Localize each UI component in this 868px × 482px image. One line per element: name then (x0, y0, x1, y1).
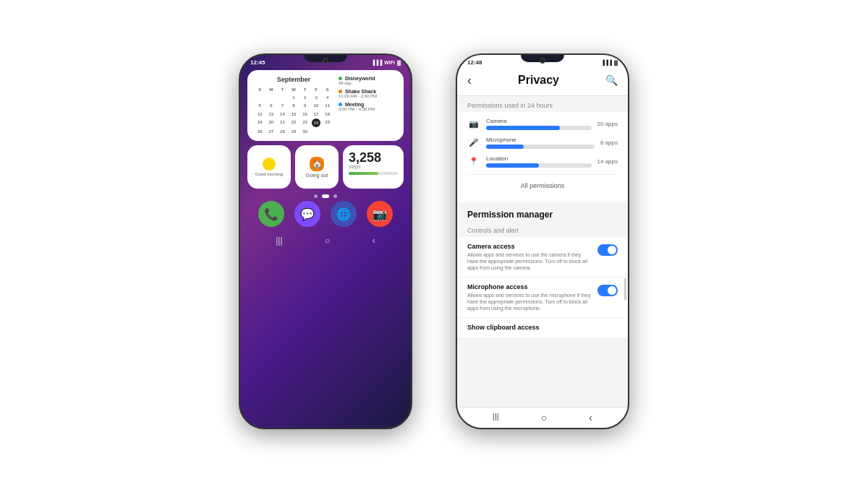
calendar-event-1: Disneyworld All day (339, 76, 396, 85)
microphone-perm-icon: 🎤 (467, 137, 480, 150)
back-nav-icon-2[interactable]: ‹ (589, 412, 592, 423)
camera-perm-icon: 📷 (467, 118, 480, 131)
phone1-time: 12:45 (250, 59, 265, 66)
app-dock: 📞 💬 🌐 📷 (240, 201, 411, 227)
microphone-access-text: Microphone access Allows apps and servic… (467, 283, 592, 311)
cal-cell: 8 (289, 102, 299, 109)
camera-access-title: Camera access (467, 243, 592, 250)
cal-cell: 7 (277, 102, 288, 109)
phone1-status-icons: ▐▐▐ WiFi ▓ (371, 60, 401, 65)
phone2-time: 12:48 (467, 59, 482, 66)
clipboard-access-item[interactable]: Show clipboard access (457, 318, 628, 339)
microphone-access-toggle[interactable] (597, 285, 618, 296)
cal-cell (322, 128, 333, 135)
home-widget[interactable]: 🏠 Going out (295, 145, 339, 189)
cal-cell: 17 (311, 111, 322, 118)
cal-header-s: S (255, 86, 265, 93)
camera-access-text: Camera access Allows apps and services t… (467, 243, 592, 271)
cal-cell: 11 (322, 102, 333, 109)
camera-access-desc: Allows apps and services to use the came… (467, 251, 592, 271)
browser-app-icon[interactable]: 🌐 (331, 201, 357, 227)
camera-bar-bg (486, 126, 592, 130)
home-icon: 🏠 (310, 157, 324, 171)
weather-widget[interactable]: Good morning (247, 145, 291, 189)
cal-today: 24 (312, 119, 320, 127)
scroll-spacer (457, 339, 628, 368)
recents-nav-icon[interactable]: ||| (276, 236, 282, 246)
event-title-3: Meeting (345, 102, 364, 107)
cal-cell (277, 94, 288, 101)
phone1-navbar: ||| ○ ‹ (240, 231, 411, 250)
back-nav-icon[interactable]: ‹ (373, 236, 375, 246)
camera-access-toggle[interactable] (597, 244, 618, 256)
cal-cell: 1 (289, 94, 299, 101)
camera-app-icon[interactable]: 📷 (367, 201, 393, 227)
all-permissions-button[interactable]: All permissions (467, 174, 618, 197)
cal-header-m: M (266, 86, 277, 93)
event-title-2: Shake Shack (345, 89, 376, 94)
event-sub-3: 3:00 PM - 4:30 PM (339, 107, 396, 111)
camera-access-item[interactable]: Camera access Allows apps and services t… (457, 237, 628, 277)
back-button[interactable]: ‹ (467, 73, 472, 88)
event-dot-1 (339, 77, 342, 80)
location-perm-count: 14 apps (597, 158, 618, 165)
cal-cell: 21 (277, 119, 288, 127)
microphone-access-item[interactable]: Microphone access Allows apps and servic… (457, 277, 628, 318)
location-bar-fill (486, 163, 539, 168)
cal-cell: 28 (277, 128, 288, 135)
camera-perm-count: 20 apps (597, 121, 618, 127)
phone1-camera (323, 58, 328, 64)
microphone-permission-row[interactable]: 🎤 Microphone 8 apps (467, 137, 618, 150)
cal-cell (255, 94, 265, 101)
cal-cell: 6 (266, 102, 277, 109)
steps-label: steps (349, 164, 398, 169)
microphone-access-title: Microphone access (467, 283, 592, 291)
page-dots (240, 194, 411, 198)
calendar-widget[interactable]: September S M T W T F S 1 2 (247, 70, 404, 142)
phone1-background: 12:45 ▐▐▐ WiFi ▓ September S M T W T (240, 55, 411, 428)
location-permission-row[interactable]: 📍 Location 14 apps (467, 155, 618, 168)
microphone-perm-count: 8 apps (600, 139, 618, 146)
messages-app-icon[interactable]: 💬 (294, 201, 320, 227)
greeting-label: Good morning (255, 172, 283, 176)
calendar-grid: S M T W T F S 1 2 3 4 (255, 86, 333, 136)
dot-1 (314, 194, 318, 198)
search-button[interactable]: 🔍 (605, 74, 618, 86)
signal-icon: ▐▐▐ (371, 60, 382, 65)
microphone-bar-bg (486, 145, 595, 149)
clipboard-access-text: Show clipboard access (467, 324, 618, 332)
steps-widget[interactable]: 3,258 steps (343, 145, 404, 189)
event-dot-2 (339, 90, 342, 93)
calendar-event-2: Shake Shack 11:00 AM - 2:00 PM (339, 89, 396, 98)
dot-3 (333, 194, 337, 198)
phone2-navbar: ||| ○ ‹ (457, 407, 628, 428)
cal-cell: 4 (322, 94, 333, 101)
cal-cell: 15 (289, 111, 299, 118)
privacy-content[interactable]: Permissions used in 24 hours 📷 Camera 20… (457, 96, 628, 418)
recents-nav-icon-2[interactable]: ||| (493, 412, 499, 423)
cal-header-f: F (311, 86, 322, 93)
permission-manager-title: Permission manager (457, 202, 628, 224)
cal-cell: 29 (289, 128, 299, 135)
home-nav-icon-2[interactable]: ○ (541, 412, 547, 423)
microphone-bar-area: Microphone (486, 137, 595, 149)
cal-cell: 22 (289, 119, 299, 127)
clipboard-access-title: Show clipboard access (467, 324, 618, 331)
cal-cell: 10 (311, 102, 322, 109)
cal-cell: 23 (299, 119, 310, 127)
cal-cell: 12 (255, 111, 265, 118)
event-dot-3 (339, 103, 342, 106)
home-label: Going out (306, 173, 328, 178)
cal-cell: 19 (255, 119, 265, 127)
cal-cell (311, 128, 322, 135)
steps-fill (349, 172, 378, 175)
cal-cell: 18 (322, 111, 333, 118)
steps-number: 3,258 (349, 151, 398, 164)
camera-permission-row[interactable]: 📷 Camera 20 apps (467, 118, 618, 131)
event-title-1: Disneyworld (345, 76, 375, 81)
home-nav-icon[interactable]: ○ (325, 236, 330, 246)
location-bar-area: Location (486, 155, 592, 168)
cal-cell: 27 (266, 128, 277, 135)
location-perm-icon: 📍 (467, 155, 480, 168)
phone-app-icon[interactable]: 📞 (258, 201, 284, 227)
